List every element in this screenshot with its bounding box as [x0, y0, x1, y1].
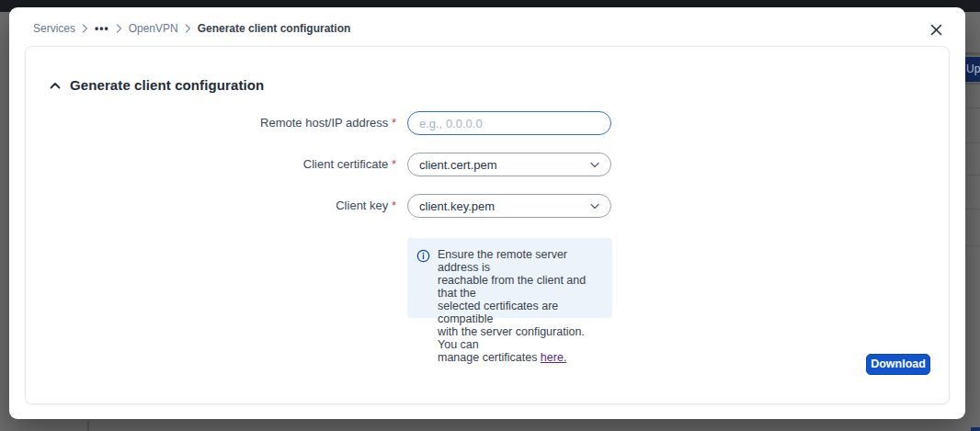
background-sidebar-edge: [87, 420, 89, 431]
chevron-down-icon: [590, 162, 599, 168]
breadcrumb-openvpn[interactable]: OpenVPN: [129, 22, 178, 35]
certificates-link[interactable]: here.: [541, 351, 567, 364]
required-asterisk: *: [392, 116, 396, 130]
client-key-label: Client key *: [50, 194, 396, 218]
remote-host-label: Remote host/IP address *: [50, 111, 396, 135]
required-asterisk: *: [392, 157, 396, 171]
info-icon: [416, 249, 430, 263]
section-title: Generate client configuration: [70, 77, 264, 93]
breadcrumb-services[interactable]: Services: [33, 22, 75, 35]
background-table-line: [965, 209, 980, 210]
background-table-line: [965, 83, 980, 85]
download-button[interactable]: Download: [866, 354, 930, 375]
chevron-right-icon: [116, 24, 122, 33]
breadcrumb-collapsed[interactable]: •••: [95, 22, 109, 35]
client-key-value: client.key.pem: [419, 199, 495, 213]
breadcrumb: Services ••• OpenVPN Generate client con…: [33, 20, 350, 37]
screen: Up Services ••• OpenVPN Generate client …: [0, 0, 980, 431]
remote-host-row: Remote host/IP address *: [26, 111, 949, 135]
background-button-fragment: [971, 427, 980, 431]
section-header[interactable]: Generate client configuration: [50, 77, 264, 93]
breadcrumb-current: Generate client configuration: [198, 22, 351, 35]
remote-host-input[interactable]: [407, 111, 611, 135]
client-certificate-select[interactable]: client.cert.pem: [407, 153, 611, 176]
form-card: Generate client configuration Remote hos…: [25, 46, 950, 404]
chevron-up-icon: [50, 82, 61, 89]
client-key-select[interactable]: client.key.pem: [407, 194, 611, 218]
background-table-line: [965, 175, 980, 176]
client-certificate-value: client.cert.pem: [419, 158, 497, 172]
background-table-line: [965, 142, 980, 143]
required-asterisk: *: [392, 198, 396, 212]
client-certificate-row: Client certificate * client.cert.pem: [26, 153, 949, 176]
info-note-text: Ensure the remote server address is reac…: [438, 248, 603, 318]
close-icon: [930, 24, 942, 36]
background-table-line: [965, 245, 980, 246]
client-certificate-label: Client certificate *: [50, 153, 396, 176]
client-key-row: Client key * client.key.pem: [26, 194, 949, 218]
chevron-right-icon: [185, 24, 191, 33]
chevron-right-icon: [82, 24, 88, 33]
info-note: Ensure the remote server address is reac…: [407, 238, 612, 318]
background-table-line: [965, 108, 980, 108]
chevron-down-icon: [590, 203, 599, 210]
generate-client-config-dialog: Services ••• OpenVPN Generate client con…: [9, 7, 965, 419]
close-button[interactable]: [926, 19, 946, 40]
